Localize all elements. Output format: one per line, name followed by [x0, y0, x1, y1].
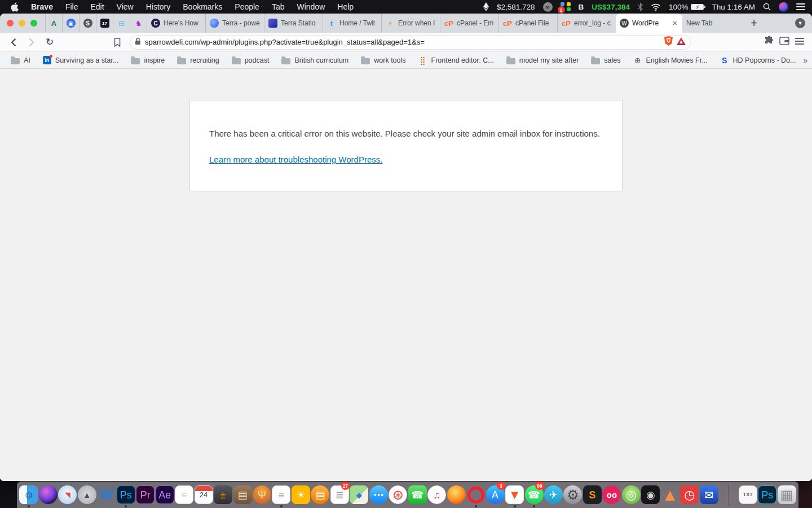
- browser-tab[interactable]: cP cPanel - Em: [440, 14, 498, 33]
- menubar-item[interactable]: File: [65, 2, 78, 11]
- vlc[interactable]: ▲: [661, 481, 679, 508]
- txt-documents[interactable]: TXT: [738, 481, 757, 508]
- pink-oo-app[interactable]: oo: [602, 481, 621, 508]
- after-effects[interactable]: Ae: [156, 485, 174, 504]
- bookmark-item[interactable]: S HD Popcorns - Do...: [715, 54, 801, 67]
- after-effects[interactable]: Ae: [155, 481, 174, 508]
- bat-rewards-icon[interactable]: [677, 37, 686, 47]
- facetime[interactable]: ☎: [408, 485, 427, 504]
- bookmarks-overflow-icon[interactable]: »: [803, 56, 810, 65]
- brave[interactable]: ▼: [505, 485, 524, 504]
- safari[interactable]: ◥: [58, 481, 77, 508]
- vlc[interactable]: ▲: [661, 485, 679, 504]
- red-clock-app[interactable]: ◷: [680, 485, 699, 504]
- bookmark-item[interactable]: ⊕ English Movies Fr...: [628, 54, 713, 67]
- facetime[interactable]: ☎: [408, 481, 427, 508]
- safari[interactable]: ◥: [58, 485, 77, 504]
- bookmark-item[interactable]: AI: [6, 54, 36, 67]
- spotlight-search-icon[interactable]: [763, 3, 771, 11]
- telegram[interactable]: ✈: [544, 485, 563, 504]
- finder[interactable]: ☺: [19, 485, 38, 504]
- siri[interactable]: [39, 481, 58, 508]
- pinned-tab-a[interactable]: A: [45, 14, 62, 33]
- browser-tab[interactable]: Terra Statio: [264, 14, 323, 33]
- bookmark-flag-icon[interactable]: [109, 34, 125, 50]
- calculator[interactable]: ±: [214, 481, 232, 508]
- reload-button[interactable]: ↻: [42, 34, 58, 50]
- bluemail[interactable]: ✉: [700, 485, 718, 504]
- padlock-icon[interactable]: [135, 37, 141, 47]
- messages[interactable]: ⋯: [369, 485, 388, 504]
- back-button[interactable]: [6, 34, 21, 50]
- photoshop[interactable]: Ps: [117, 485, 135, 504]
- siri[interactable]: [39, 485, 58, 504]
- menubar-item[interactable]: History: [146, 2, 171, 11]
- messages[interactable]: ⋯: [369, 481, 388, 508]
- itunes[interactable]: ♫: [427, 485, 446, 504]
- wallet-icon[interactable]: [779, 37, 789, 47]
- books[interactable]: ▤: [311, 485, 329, 504]
- launchpad[interactable]: ▲: [78, 481, 96, 508]
- google-keep[interactable]: ☀: [292, 481, 310, 508]
- word[interactable]: W: [97, 485, 116, 504]
- bookmark-item[interactable]: work tools: [356, 54, 411, 67]
- word[interactable]: W: [97, 481, 116, 508]
- firefox[interactable]: [447, 485, 466, 504]
- browser-tab[interactable]: ⚡ Error when I: [381, 14, 440, 33]
- pink-oo-app[interactable]: oo: [602, 485, 621, 504]
- close-window-button[interactable]: [7, 20, 14, 27]
- pinned-tab-tradingview[interactable]: 17: [96, 14, 113, 33]
- calendar[interactable]: 24: [195, 485, 213, 504]
- bluetooth-icon[interactable]: [638, 3, 643, 11]
- bookmark-item[interactable]: ⣿ Frontend editor: C...: [413, 54, 499, 67]
- pinned-tab-s[interactable]: S: [79, 14, 96, 33]
- battery-indicator[interactable]: 100% ⚡: [669, 3, 704, 11]
- menubar-item[interactable]: View: [117, 2, 134, 11]
- contacts[interactable]: ▤: [233, 481, 251, 508]
- speaker-app[interactable]: ◉: [641, 485, 660, 504]
- browser-tab[interactable]: C Here's How: [147, 14, 205, 33]
- calendar[interactable]: 24: [194, 481, 213, 508]
- browser-tab[interactable]: t Home / Twit: [323, 14, 381, 33]
- bookmark-item[interactable]: model my site after: [501, 54, 584, 67]
- tab-search-button[interactable]: ▼: [795, 18, 805, 28]
- app-store[interactable]: A 3: [486, 481, 504, 508]
- pinned-tab-messages[interactable]: ▣: [62, 14, 79, 33]
- itunes[interactable]: ♫: [427, 481, 446, 508]
- premiere[interactable]: Pr: [136, 481, 155, 508]
- minimize-window-button[interactable]: [19, 20, 25, 27]
- url-text[interactable]: sparrowdefi.com/wp-admin/plugins.php?act…: [145, 38, 656, 46]
- red-clock-app[interactable]: ◷: [680, 481, 699, 508]
- textedit[interactable]: ≡: [272, 485, 290, 504]
- system-preferences[interactable]: ⚙: [563, 481, 582, 508]
- firefox[interactable]: [447, 481, 465, 508]
- speaker-app[interactable]: ◉: [641, 481, 660, 508]
- pinned-tab-unicorn[interactable]: ♞: [130, 14, 147, 33]
- trash[interactable]: ▦: [778, 485, 796, 504]
- opera[interactable]: [467, 487, 484, 503]
- whatsapp[interactable]: ☎ 99: [524, 481, 543, 508]
- menubar-item[interactable]: Help: [337, 2, 354, 11]
- cocktail-app[interactable]: Ψ: [253, 485, 271, 504]
- trash[interactable]: ▦: [777, 481, 796, 508]
- app-grid-icon[interactable]: 2: [561, 2, 571, 12]
- menubar-item[interactable]: Tab: [272, 2, 285, 11]
- photos[interactable]: ⊛: [389, 485, 407, 504]
- launchpad[interactable]: ▲: [78, 485, 96, 504]
- brave-shield-icon[interactable]: [664, 36, 673, 48]
- bookmark-item[interactable]: sales: [586, 54, 625, 67]
- photoshop[interactable]: Ps: [116, 481, 135, 508]
- bluemail[interactable]: ✉: [700, 481, 718, 508]
- troubleshooting-link[interactable]: Learn more about troubleshooting WordPre…: [209, 155, 382, 164]
- android-studio[interactable]: ◎: [622, 481, 641, 508]
- android-studio[interactable]: ◎: [622, 485, 641, 504]
- sublime-text[interactable]: S: [583, 485, 602, 504]
- extensions-puzzle-icon[interactable]: [764, 36, 774, 48]
- tab-close-icon[interactable]: ×: [671, 19, 678, 27]
- reminders[interactable]: ≣ 27: [330, 481, 349, 508]
- creative-cloud-icon[interactable]: ∞: [543, 2, 553, 12]
- menubar-item[interactable]: People: [235, 2, 259, 11]
- siri-icon[interactable]: [779, 2, 788, 12]
- browser-tab[interactable]: W WordPre ×: [616, 14, 682, 33]
- books[interactable]: ▤: [311, 481, 329, 508]
